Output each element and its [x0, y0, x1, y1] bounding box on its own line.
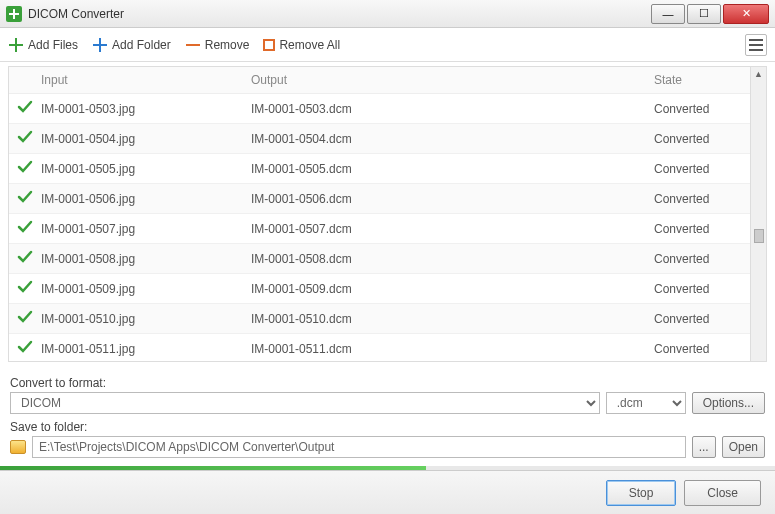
- cell-output: IM-0001-0507.dcm: [251, 222, 654, 236]
- cell-state: Converted: [654, 312, 742, 326]
- check-icon: [17, 134, 33, 148]
- titlebar[interactable]: DICOM Converter — ☐ ✕: [0, 0, 775, 28]
- cell-state: Converted: [654, 252, 742, 266]
- cell-input: IM-0001-0509.jpg: [41, 282, 251, 296]
- cell-input: IM-0001-0511.jpg: [41, 342, 251, 356]
- table-row[interactable]: IM-0001-0506.jpgIM-0001-0506.dcmConverte…: [9, 184, 750, 214]
- table-row[interactable]: IM-0001-0510.jpgIM-0001-0510.dcmConverte…: [9, 304, 750, 334]
- table-row[interactable]: IM-0001-0505.jpgIM-0001-0505.dcmConverte…: [9, 154, 750, 184]
- col-input[interactable]: Input: [41, 73, 251, 87]
- add-files-button[interactable]: Add Files: [8, 37, 78, 53]
- cell-state: Converted: [654, 102, 742, 116]
- cell-output: IM-0001-0503.dcm: [251, 102, 654, 116]
- table-row[interactable]: IM-0001-0508.jpgIM-0001-0508.dcmConverte…: [9, 244, 750, 274]
- add-folder-button[interactable]: Add Folder: [92, 37, 171, 53]
- check-icon: [17, 104, 33, 118]
- table-row[interactable]: IM-0001-0511.jpgIM-0001-0511.dcmConverte…: [9, 334, 750, 362]
- outer-scrollbar[interactable]: ▲: [751, 66, 767, 362]
- stop-button[interactable]: Stop: [606, 480, 677, 506]
- menu-button[interactable]: [745, 34, 767, 56]
- list-body[interactable]: IM-0001-0503.jpgIM-0001-0503.dcmConverte…: [9, 94, 750, 362]
- check-icon: [17, 254, 33, 268]
- col-state[interactable]: State: [654, 73, 742, 87]
- check-icon: [17, 314, 33, 328]
- cell-output: IM-0001-0505.dcm: [251, 162, 654, 176]
- file-list: Input Output State IM-0001-0503.jpgIM-00…: [8, 66, 751, 362]
- save-path-input[interactable]: [32, 436, 686, 458]
- scroll-thumb[interactable]: [754, 229, 764, 243]
- window-title: DICOM Converter: [28, 7, 651, 21]
- cell-input: IM-0001-0503.jpg: [41, 102, 251, 116]
- cell-output: IM-0001-0509.dcm: [251, 282, 654, 296]
- remove-label: Remove: [205, 38, 250, 52]
- cell-output: IM-0001-0504.dcm: [251, 132, 654, 146]
- cell-input: IM-0001-0504.jpg: [41, 132, 251, 146]
- cell-input: IM-0001-0510.jpg: [41, 312, 251, 326]
- check-icon: [17, 194, 33, 208]
- close-button[interactable]: Close: [684, 480, 761, 506]
- table-row[interactable]: IM-0001-0509.jpgIM-0001-0509.dcmConverte…: [9, 274, 750, 304]
- cell-output: IM-0001-0506.dcm: [251, 192, 654, 206]
- app-window: DICOM Converter — ☐ ✕ Add Files Add Fold…: [0, 0, 775, 514]
- options-button[interactable]: Options...: [692, 392, 765, 414]
- table-row[interactable]: IM-0001-0507.jpgIM-0001-0507.dcmConverte…: [9, 214, 750, 244]
- convert-format-label: Convert to format:: [10, 376, 765, 390]
- maximize-button[interactable]: ☐: [687, 4, 721, 24]
- cell-input: IM-0001-0508.jpg: [41, 252, 251, 266]
- cell-output: IM-0001-0508.dcm: [251, 252, 654, 266]
- cell-state: Converted: [654, 222, 742, 236]
- remove-button[interactable]: Remove: [185, 37, 250, 53]
- table-row[interactable]: IM-0001-0503.jpgIM-0001-0503.dcmConverte…: [9, 94, 750, 124]
- minimize-button[interactable]: —: [651, 4, 685, 24]
- cell-input: IM-0001-0505.jpg: [41, 162, 251, 176]
- cell-input: IM-0001-0506.jpg: [41, 192, 251, 206]
- cell-state: Converted: [654, 192, 742, 206]
- cell-output: IM-0001-0511.dcm: [251, 342, 654, 356]
- app-icon: [6, 6, 22, 22]
- remove-all-label: Remove All: [279, 38, 340, 52]
- cell-state: Converted: [654, 342, 742, 356]
- footer: Stop Close: [0, 470, 775, 514]
- check-icon: [17, 224, 33, 238]
- table-row[interactable]: IM-0001-0504.jpgIM-0001-0504.dcmConverte…: [9, 124, 750, 154]
- open-folder-button[interactable]: Open: [722, 436, 765, 458]
- plus-icon: [8, 37, 24, 53]
- add-files-label: Add Files: [28, 38, 78, 52]
- toolbar: Add Files Add Folder Remove Remove All: [0, 28, 775, 62]
- folder-icon: [10, 440, 26, 454]
- plus-icon: [92, 37, 108, 53]
- check-icon: [17, 344, 33, 358]
- format-select[interactable]: DICOM: [10, 392, 600, 414]
- save-folder-label: Save to folder:: [10, 420, 765, 434]
- close-window-button[interactable]: ✕: [723, 4, 769, 24]
- remove-all-button[interactable]: Remove All: [263, 38, 340, 52]
- scroll-up-icon[interactable]: ▲: [754, 69, 763, 79]
- col-output[interactable]: Output: [251, 73, 654, 87]
- check-icon: [17, 164, 33, 178]
- extension-select[interactable]: .dcm: [606, 392, 686, 414]
- cell-input: IM-0001-0507.jpg: [41, 222, 251, 236]
- check-icon: [17, 284, 33, 298]
- cell-state: Converted: [654, 162, 742, 176]
- list-header: Input Output State: [9, 67, 750, 94]
- cell-output: IM-0001-0510.dcm: [251, 312, 654, 326]
- cell-state: Converted: [654, 282, 742, 296]
- square-icon: [263, 39, 275, 51]
- minus-icon: [185, 37, 201, 53]
- cell-state: Converted: [654, 132, 742, 146]
- browse-button[interactable]: ...: [692, 436, 716, 458]
- add-folder-label: Add Folder: [112, 38, 171, 52]
